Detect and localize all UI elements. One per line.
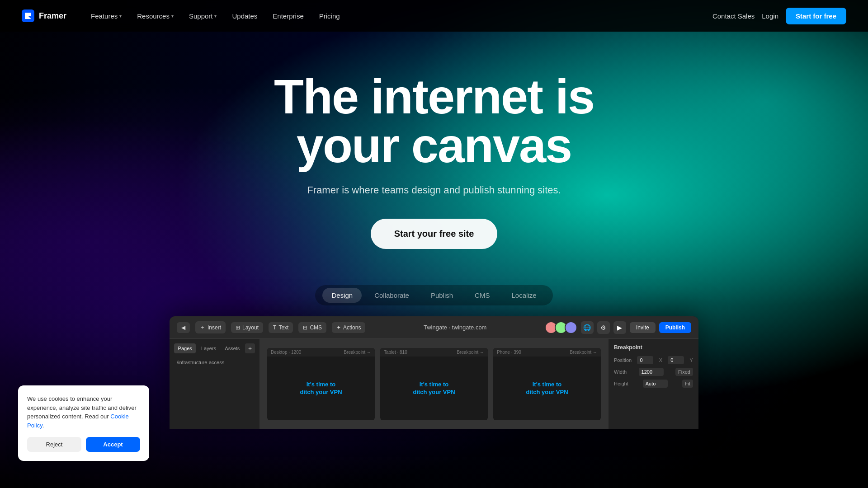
- right-panel: Breakpoint Position X Y Width Fixed: [608, 339, 698, 429]
- nav-features[interactable]: Features ▾: [85, 9, 128, 23]
- brand-name: Framer: [39, 11, 66, 21]
- hero-heading: The internet is your canvas: [274, 72, 594, 170]
- sidebar-page-item[interactable]: /infrastructure-access: [174, 358, 255, 367]
- frame-content-desktop: It's time to ditch your VPN: [267, 357, 375, 420]
- insert-button[interactable]: ＋ Insert: [195, 321, 226, 333]
- cms-button[interactable]: ⊟ CMS: [298, 322, 326, 333]
- position-label: Position: [614, 357, 632, 363]
- add-page-button[interactable]: +: [245, 343, 255, 353]
- actions-icon: ✦: [336, 324, 341, 331]
- avatar-group: [545, 321, 577, 334]
- height-label: Height: [614, 381, 628, 386]
- login-link[interactable]: Login: [762, 12, 778, 20]
- play-icon-btn[interactable]: ▶: [613, 321, 626, 334]
- frame-desktop: Desktop · 1200 Breakpoint ↔ It's time to…: [267, 348, 375, 420]
- position-y-input[interactable]: [668, 356, 684, 364]
- vpn-text-tablet: It's time to ditch your VPN: [413, 381, 455, 396]
- sidebar-tab-pages[interactable]: Pages: [174, 343, 196, 353]
- settings-icon-btn[interactable]: ⚙: [597, 321, 610, 334]
- app-mockup: ◀ ＋ Insert ⊞ Layout T Text ⊟ CMS: [170, 316, 698, 429]
- width-label: Width: [614, 369, 627, 375]
- position-x-input[interactable]: [637, 356, 653, 364]
- toolbar-site-info: Twingate · twingate.com: [371, 324, 539, 331]
- x-label: X: [659, 357, 662, 363]
- brand-logo[interactable]: Framer: [22, 9, 66, 22]
- app-body: Pages Layers Assets + /infrastructure-ac…: [170, 339, 698, 429]
- text-icon: T: [273, 324, 276, 331]
- height-mode-select[interactable]: Fit: [682, 380, 693, 388]
- actions-button[interactable]: ✦ Actions: [332, 322, 365, 333]
- frame-header-tablet: Tablet · 810 Breakpoint ↔: [380, 348, 488, 357]
- sidebar-tabs: Pages Layers Assets +: [174, 343, 255, 353]
- cookie-reject-button[interactable]: Reject: [27, 437, 81, 452]
- frame-tablet: Tablet · 810 Breakpoint ↔ It's time to d…: [380, 348, 488, 420]
- panel-position-row: Position X Y: [614, 356, 693, 364]
- tab-cms[interactable]: CMS: [466, 288, 499, 303]
- layout-icon: ⊞: [236, 324, 240, 331]
- width-mode-select[interactable]: Fixed: [675, 368, 693, 376]
- width-input[interactable]: [639, 368, 664, 376]
- globe-icon-btn[interactable]: 🌐: [581, 321, 594, 334]
- vpn-text-desktop: It's time to ditch your VPN: [300, 381, 342, 396]
- hero-subtext: Framer is where teams design and publish…: [307, 184, 561, 196]
- product-tabs: Design Collaborate Publish CMS Localize: [315, 285, 552, 305]
- app-toolbar: ◀ ＋ Insert ⊞ Layout T Text ⊟ CMS: [170, 316, 698, 339]
- frame-header-desktop: Desktop · 1200 Breakpoint ↔: [267, 348, 375, 357]
- tab-design[interactable]: Design: [322, 288, 362, 303]
- nav-support[interactable]: Support ▾: [183, 9, 223, 23]
- nav-right: Contact Sales Login Start for free: [712, 8, 846, 24]
- panel-title: Breakpoint: [614, 344, 693, 351]
- panel-width-row: Width Fixed: [614, 368, 693, 376]
- nav-links: Features ▾ Resources ▾ Support ▾ Updates…: [85, 9, 712, 23]
- chevron-down-icon: ▾: [171, 14, 174, 19]
- sidebar-tab-layers[interactable]: Layers: [198, 343, 219, 353]
- toolbar-right-group: 🌐 ⚙ ▶ Invite Publish: [545, 321, 691, 334]
- tab-collaborate[interactable]: Collaborate: [365, 288, 418, 303]
- canvas: Desktop · 1200 Breakpoint ↔ It's time to…: [260, 339, 608, 429]
- contact-sales-link[interactable]: Contact Sales: [712, 12, 755, 20]
- cookie-banner: We use cookies to enhance your experienc…: [18, 385, 149, 461]
- invite-button[interactable]: Invite: [630, 322, 656, 333]
- chevron-down-icon: ▾: [214, 14, 217, 19]
- back-icon: ◀: [181, 324, 185, 331]
- cookie-buttons: Reject Accept: [27, 437, 140, 452]
- height-input[interactable]: [643, 380, 668, 388]
- cookie-accept-button[interactable]: Accept: [86, 437, 140, 452]
- frame-content-phone: It's time to ditch your VPN: [493, 357, 601, 420]
- hero-cta-button[interactable]: Start your free site: [371, 219, 498, 249]
- y-label: Y: [690, 357, 693, 363]
- nav-resources[interactable]: Resources ▾: [131, 9, 180, 23]
- avatar: [565, 321, 577, 334]
- chevron-down-icon: ▾: [119, 14, 122, 19]
- nav-updates[interactable]: Updates: [226, 9, 264, 23]
- cms-icon: ⊟: [303, 324, 307, 331]
- cookie-text: We use cookies to enhance your experienc…: [27, 394, 140, 430]
- layout-button[interactable]: ⊞ Layout: [231, 322, 263, 333]
- vpn-text-phone: It's time to ditch your VPN: [526, 381, 568, 396]
- sidebar-tab-assets[interactable]: Assets: [222, 343, 243, 353]
- start-for-free-button[interactable]: Start for free: [786, 8, 846, 24]
- plus-icon: ＋: [200, 324, 205, 331]
- toolbar-nav-group: ◀: [177, 322, 190, 333]
- text-button[interactable]: T Text: [269, 322, 293, 333]
- tab-localize[interactable]: Localize: [502, 288, 545, 303]
- back-forward-btn[interactable]: ◀: [177, 322, 190, 333]
- navbar: Framer Features ▾ Resources ▾ Support ▾ …: [0, 0, 868, 32]
- nav-enterprise[interactable]: Enterprise: [266, 9, 310, 23]
- frame-phone: Phone · 390 Breakpoint ↔ It's time to di…: [493, 348, 601, 420]
- sidebar: Pages Layers Assets + /infrastructure-ac…: [170, 339, 260, 429]
- frame-content-tablet: It's time to ditch your VPN: [380, 357, 488, 420]
- frame-header-phone: Phone · 390 Breakpoint ↔: [493, 348, 601, 357]
- panel-height-row: Height Fit: [614, 380, 693, 388]
- publish-button[interactable]: Publish: [659, 322, 691, 333]
- nav-pricing[interactable]: Pricing: [313, 9, 346, 23]
- tab-publish[interactable]: Publish: [422, 288, 462, 303]
